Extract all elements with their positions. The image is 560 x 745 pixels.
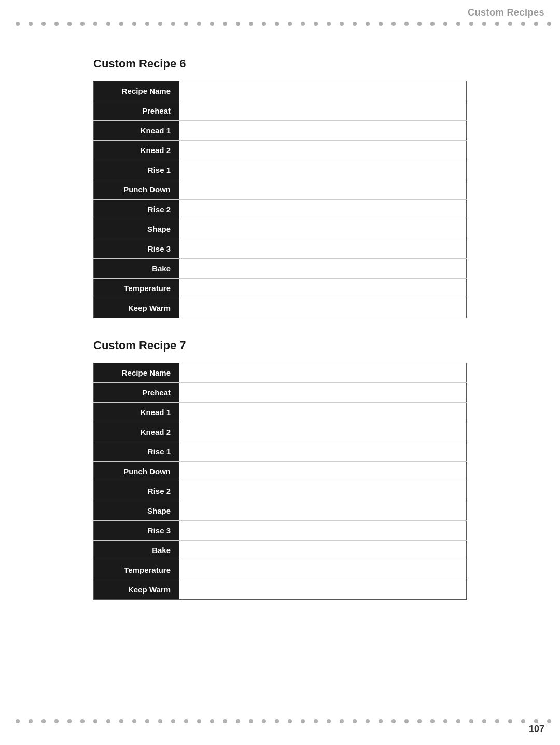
dot xyxy=(29,22,33,26)
dot xyxy=(132,719,136,723)
row-label-11: Keep Warm xyxy=(94,580,179,600)
recipe-table-7: Recipe NamePreheatKnead 1Knead 2Rise 1Pu… xyxy=(93,363,467,600)
row-label-4: Rise 1 xyxy=(94,160,179,180)
row-value-1 xyxy=(179,383,467,403)
table-row: Shape xyxy=(94,501,467,521)
table-row: Knead 2 xyxy=(94,422,467,442)
dot xyxy=(93,719,97,723)
dot xyxy=(210,719,214,723)
row-label-3: Knead 2 xyxy=(94,141,179,160)
dots-bottom xyxy=(0,719,560,723)
dot xyxy=(547,719,551,723)
dot xyxy=(275,719,279,723)
row-label-0: Recipe Name xyxy=(94,363,179,383)
dot xyxy=(41,22,46,26)
row-value-5 xyxy=(179,462,467,481)
row-value-8 xyxy=(179,521,467,541)
dot xyxy=(314,719,318,723)
row-label-5: Punch Down xyxy=(94,180,179,200)
dot xyxy=(469,719,473,723)
dot xyxy=(521,719,525,723)
page-title: Custom Recipes xyxy=(468,7,544,18)
dot xyxy=(327,22,331,26)
dot xyxy=(119,719,123,723)
page-number: 107 xyxy=(529,724,544,735)
dot xyxy=(119,22,123,26)
dot xyxy=(16,719,20,723)
row-value-1 xyxy=(179,101,467,121)
table-row: Temperature xyxy=(94,560,467,580)
dot xyxy=(145,719,149,723)
dot xyxy=(534,719,538,723)
dot xyxy=(67,719,72,723)
dot xyxy=(366,719,370,723)
table-row: Rise 1 xyxy=(94,160,467,180)
table-row: Recipe Name xyxy=(94,363,467,383)
dot xyxy=(340,719,344,723)
dot xyxy=(379,22,383,26)
row-value-4 xyxy=(179,160,467,180)
table-row: Punch Down xyxy=(94,180,467,200)
row-value-7 xyxy=(179,219,467,239)
dot xyxy=(417,22,422,26)
row-label-4: Rise 1 xyxy=(94,442,179,462)
dot xyxy=(262,719,266,723)
row-label-0: Recipe Name xyxy=(94,81,179,101)
row-label-6: Rise 2 xyxy=(94,200,179,219)
row-value-6 xyxy=(179,200,467,219)
dot xyxy=(430,719,435,723)
row-label-3: Knead 2 xyxy=(94,422,179,442)
dot xyxy=(275,22,279,26)
dot xyxy=(223,22,227,26)
dot xyxy=(508,719,512,723)
dot xyxy=(16,22,20,26)
dot xyxy=(132,22,136,26)
dot xyxy=(404,719,409,723)
dot xyxy=(54,22,59,26)
dot xyxy=(340,22,344,26)
row-value-2 xyxy=(179,403,467,422)
dot xyxy=(93,22,97,26)
row-value-6 xyxy=(179,481,467,501)
table-row: Knead 2 xyxy=(94,141,467,160)
dot xyxy=(443,22,447,26)
row-value-3 xyxy=(179,141,467,160)
row-value-9 xyxy=(179,541,467,560)
table-row: Rise 1 xyxy=(94,442,467,462)
dot xyxy=(158,22,162,26)
main-content: Custom Recipe 6Recipe NamePreheatKnead 1… xyxy=(0,36,560,709)
dot xyxy=(210,22,214,26)
row-value-8 xyxy=(179,239,467,259)
dot xyxy=(314,22,318,26)
dot xyxy=(495,22,499,26)
dot xyxy=(197,719,201,723)
dot xyxy=(236,719,240,723)
dot xyxy=(184,719,188,723)
row-label-2: Knead 1 xyxy=(94,121,179,141)
dot xyxy=(353,22,357,26)
dot xyxy=(236,22,240,26)
dot xyxy=(482,22,486,26)
row-label-6: Rise 2 xyxy=(94,481,179,501)
table-row: Recipe Name xyxy=(94,81,467,101)
dot xyxy=(456,719,460,723)
table-row: Keep Warm xyxy=(94,298,467,318)
dot xyxy=(443,719,447,723)
table-row: Rise 2 xyxy=(94,481,467,501)
row-label-10: Temperature xyxy=(94,279,179,298)
dots-top xyxy=(0,22,560,26)
dot xyxy=(327,719,331,723)
dot xyxy=(469,22,473,26)
recipe-title-6: Custom Recipe 6 xyxy=(93,57,467,71)
table-row: Bake xyxy=(94,259,467,279)
row-label-9: Bake xyxy=(94,259,179,279)
row-label-10: Temperature xyxy=(94,560,179,580)
table-row: Keep Warm xyxy=(94,580,467,600)
row-label-11: Keep Warm xyxy=(94,298,179,318)
row-label-5: Punch Down xyxy=(94,462,179,481)
row-value-10 xyxy=(179,279,467,298)
row-value-0 xyxy=(179,363,467,383)
dot xyxy=(534,22,538,26)
dot xyxy=(353,719,357,723)
dot xyxy=(508,22,512,26)
